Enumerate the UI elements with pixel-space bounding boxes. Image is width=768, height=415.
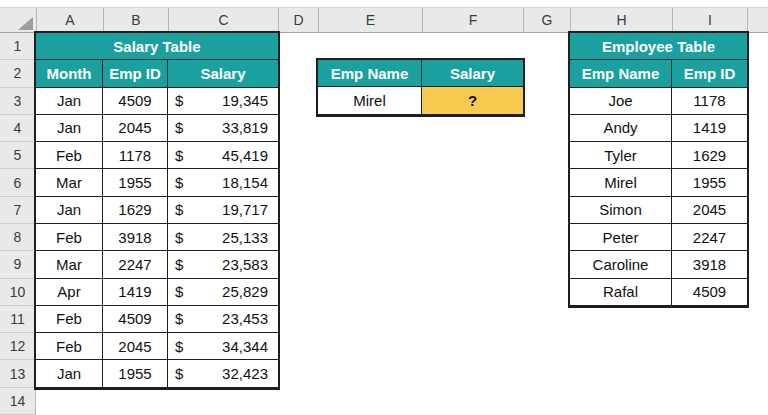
column-header-g[interactable]: G bbox=[523, 8, 570, 33]
cell-month[interactable]: Feb bbox=[36, 224, 103, 251]
cell-emp-id[interactable]: 1955 bbox=[103, 169, 168, 196]
row-header[interactable]: 7 bbox=[0, 197, 35, 224]
currency-symbol: $ bbox=[175, 147, 183, 164]
cell-salary[interactable]: $ 32,423 bbox=[168, 360, 278, 387]
cell-lookup-salary-unknown[interactable]: ? bbox=[422, 87, 523, 114]
column-header-d[interactable]: D bbox=[278, 8, 318, 33]
cell-emp-id[interactable]: 3918 bbox=[672, 251, 747, 278]
cell-lookup-emp-name[interactable]: Mirel bbox=[318, 87, 422, 114]
column-header-a[interactable]: A bbox=[36, 8, 103, 33]
cell-month[interactable]: Jan bbox=[36, 88, 103, 115]
cell-emp-id[interactable]: 4509 bbox=[672, 279, 747, 306]
row-header[interactable]: 1 bbox=[0, 33, 35, 60]
cell-emp-name[interactable]: Rafal bbox=[570, 279, 672, 306]
salary-table-header-month[interactable]: Month bbox=[36, 60, 103, 87]
cell-month[interactable]: Jan bbox=[36, 360, 103, 387]
cell-emp-id[interactable]: 1178 bbox=[672, 88, 747, 115]
cell-emp-id[interactable]: 2247 bbox=[103, 251, 168, 278]
currency-symbol: $ bbox=[175, 283, 183, 300]
salary-table-header-salary[interactable]: Salary bbox=[168, 60, 278, 87]
column-headers-row: A B C D E F G H I bbox=[0, 7, 768, 33]
lookup-header-emp-name[interactable]: Emp Name bbox=[318, 60, 422, 87]
row-header[interactable]: 2 bbox=[0, 60, 35, 87]
cell-month[interactable]: Mar bbox=[36, 251, 103, 278]
cell-salary[interactable]: $ 19,345 bbox=[168, 88, 278, 115]
row-header[interactable]: 10 bbox=[0, 279, 35, 306]
row-header[interactable]: 12 bbox=[0, 333, 35, 360]
cell-emp-name[interactable]: Tyler bbox=[570, 142, 672, 169]
cell-emp-name[interactable]: Mirel bbox=[570, 169, 672, 196]
cell-month[interactable]: Feb bbox=[36, 333, 103, 360]
column-header-b[interactable]: B bbox=[103, 8, 168, 33]
cell-emp-id[interactable]: 2247 bbox=[672, 224, 747, 251]
row-header[interactable]: 3 bbox=[0, 88, 35, 115]
cell-emp-name[interactable]: Simon bbox=[570, 197, 672, 224]
cell-salary[interactable]: $ 33,819 bbox=[168, 115, 278, 142]
employee-table: Employee Table Emp Name Emp ID Joe 1178 … bbox=[568, 31, 749, 308]
currency-symbol: $ bbox=[175, 92, 183, 109]
cell-month[interactable]: Jan bbox=[36, 197, 103, 224]
row-header[interactable]: 6 bbox=[0, 169, 35, 196]
select-all-triangle-icon bbox=[18, 17, 33, 30]
salary-table-header-emp-id[interactable]: Emp ID bbox=[103, 60, 168, 87]
cell-salary[interactable]: $ 19,717 bbox=[168, 197, 278, 224]
salary-table-title-cell[interactable]: Salary Table bbox=[36, 33, 278, 60]
currency-symbol: $ bbox=[175, 119, 183, 136]
cell-emp-id[interactable]: 2045 bbox=[672, 197, 747, 224]
cell-salary[interactable]: $ 23,583 bbox=[168, 251, 278, 278]
cell-salary[interactable]: $ 25,133 bbox=[168, 224, 278, 251]
salary-amount: 25,133 bbox=[222, 229, 268, 246]
row-header[interactable]: 14 bbox=[0, 388, 35, 415]
employee-table-header-emp-id[interactable]: Emp ID bbox=[672, 60, 747, 87]
cell-emp-id[interactable]: 1419 bbox=[103, 279, 168, 306]
cell-emp-id[interactable]: 4509 bbox=[103, 88, 168, 115]
cell-emp-id[interactable]: 1178 bbox=[103, 142, 168, 169]
cell-emp-id[interactable]: 3918 bbox=[103, 224, 168, 251]
column-header-h[interactable]: H bbox=[570, 8, 672, 33]
salary-amount: 25,829 bbox=[222, 283, 268, 300]
salary-amount: 45,419 bbox=[222, 147, 268, 164]
employee-table-title-cell[interactable]: Employee Table bbox=[570, 33, 747, 60]
salary-amount: 19,345 bbox=[222, 92, 268, 109]
row-header[interactable]: 4 bbox=[0, 115, 35, 142]
column-header-i[interactable]: I bbox=[672, 8, 747, 33]
row-header[interactable]: 8 bbox=[0, 224, 35, 251]
row-header[interactable]: 13 bbox=[0, 360, 35, 387]
select-all-corner[interactable] bbox=[0, 8, 36, 33]
cell-month[interactable]: Feb bbox=[36, 142, 103, 169]
cell-month[interactable]: Apr bbox=[36, 279, 103, 306]
cell-emp-id[interactable]: 1419 bbox=[672, 115, 747, 142]
cell-emp-id[interactable]: 1629 bbox=[103, 197, 168, 224]
currency-symbol: $ bbox=[175, 174, 183, 191]
cell-emp-name[interactable]: Andy bbox=[570, 115, 672, 142]
cell-emp-id[interactable]: 2045 bbox=[103, 333, 168, 360]
row-headers-column: 1 2 3 4 5 6 7 8 9 10 11 12 13 14 bbox=[0, 33, 36, 415]
row-header[interactable]: 11 bbox=[0, 306, 35, 333]
cell-emp-name[interactable]: Caroline bbox=[570, 251, 672, 278]
employee-table-header-emp-name[interactable]: Emp Name bbox=[570, 60, 672, 87]
cell-salary[interactable]: $ 25,829 bbox=[168, 279, 278, 306]
cell-month[interactable]: Feb bbox=[36, 306, 103, 333]
currency-symbol: $ bbox=[175, 338, 183, 355]
row-header[interactable]: 5 bbox=[0, 142, 35, 169]
row-header[interactable]: 9 bbox=[0, 251, 35, 278]
cell-emp-name[interactable]: Peter bbox=[570, 224, 672, 251]
cell-emp-id[interactable]: 4509 bbox=[103, 306, 168, 333]
cell-emp-id[interactable]: 1629 bbox=[672, 142, 747, 169]
column-header-c[interactable]: C bbox=[168, 8, 278, 33]
cell-emp-id[interactable]: 2045 bbox=[103, 115, 168, 142]
cell-salary[interactable]: $ 23,453 bbox=[168, 306, 278, 333]
cell-salary[interactable]: $ 34,344 bbox=[168, 333, 278, 360]
column-header-e[interactable]: E bbox=[318, 8, 422, 33]
salary-amount: 19,717 bbox=[222, 201, 268, 218]
cell-emp-id[interactable]: 1955 bbox=[672, 169, 747, 196]
cell-salary[interactable]: $ 45,419 bbox=[168, 142, 278, 169]
cell-emp-id[interactable]: 1955 bbox=[103, 360, 168, 387]
cell-emp-name[interactable]: Joe bbox=[570, 88, 672, 115]
cell-salary[interactable]: $ 18,154 bbox=[168, 169, 278, 196]
lookup-header-salary[interactable]: Salary bbox=[422, 60, 523, 87]
cell-month[interactable]: Jan bbox=[36, 115, 103, 142]
cell-month[interactable]: Mar bbox=[36, 169, 103, 196]
salary-amount: 23,453 bbox=[222, 310, 268, 327]
column-header-f[interactable]: F bbox=[422, 8, 523, 33]
